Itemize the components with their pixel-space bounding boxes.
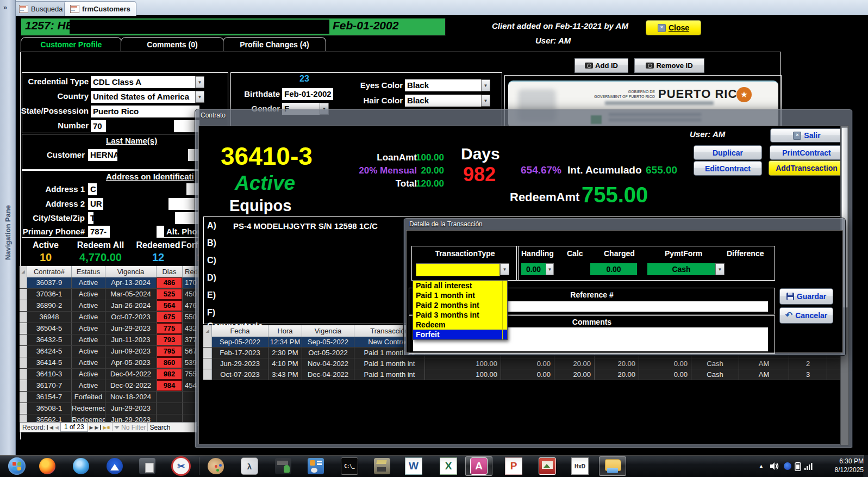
duplicar-button[interactable]: Duplicar — [694, 145, 762, 160]
row-selector[interactable] — [203, 348, 212, 358]
cell-fecha[interactable]: Oct-07-2023 — [212, 369, 268, 380]
cell-contrato[interactable]: 36432-5 — [27, 334, 72, 345]
credential-type-field[interactable]: CDL Class A — [91, 76, 199, 88]
last-record-icon[interactable]: ▶ — [95, 425, 99, 430]
cell-contrato[interactable]: 36508-1 — [27, 403, 72, 414]
cell-vigencia[interactable]: Jun-29-2023 — [105, 323, 157, 334]
cell-dias[interactable]: 564 — [157, 300, 183, 311]
cell-user[interactable]: AM — [739, 358, 789, 369]
select-all-icon[interactable]: ◢ — [20, 266, 27, 277]
row-selector[interactable] — [20, 277, 27, 288]
cell-vigencia[interactable]: Apr-13-2024 — [105, 277, 157, 288]
first-record-icon[interactable] — [47, 425, 48, 430]
photo-printer-icon[interactable] — [270, 456, 297, 476]
row-selector[interactable] — [20, 403, 27, 414]
cell-dias[interactable]: 795 — [157, 346, 183, 357]
cell-hora[interactable]: 12:34 PM — [268, 337, 302, 347]
row-selector[interactable] — [20, 334, 27, 345]
first-record-icon[interactable]: ◀ — [49, 425, 53, 430]
row-selector[interactable] — [20, 392, 27, 402]
explorer-icon[interactable] — [599, 456, 626, 476]
cell-estatus[interactable]: Active — [72, 380, 105, 391]
cell-vigencia[interactable]: Jun-09-2023 — [105, 346, 157, 357]
dropdown-option[interactable]: Paid 2 months int — [413, 300, 507, 310]
row-selector[interactable] — [203, 337, 212, 347]
cell-dias[interactable] — [157, 403, 183, 414]
cell-estatus[interactable]: Active — [72, 334, 105, 345]
dropdown-option[interactable]: Paid 1 month int — [413, 290, 507, 300]
cell-amount5[interactable]: 0.00 — [639, 369, 691, 380]
detalle-dialog[interactable]: Detalle de la Transacción TransactionTyp… — [403, 218, 846, 356]
cell-amount2[interactable]: 0.00 — [501, 358, 554, 369]
nordvpn-tray-icon[interactable] — [784, 462, 791, 470]
nordvpn-icon[interactable] — [101, 456, 128, 476]
tab-customer-profile[interactable]: Customer Profile — [21, 37, 122, 51]
row-selector[interactable] — [20, 357, 27, 368]
paint-icon[interactable] — [202, 456, 229, 476]
row-selector[interactable] — [20, 346, 27, 357]
row-selector[interactable] — [203, 358, 212, 369]
cell-fecha[interactable]: Sep-05-2022 — [212, 337, 268, 347]
cell-vigencia[interactable]: Nov-18-2024 — [105, 392, 157, 402]
cell-contrato[interactable]: 36414-5 — [27, 357, 72, 368]
printcontract-button[interactable]: PrintContract — [770, 145, 844, 160]
cell-contrato[interactable]: 36037-9 — [27, 277, 72, 288]
cell-fecha[interactable]: Feb-17-2023 — [212, 348, 268, 358]
volume-icon[interactable] — [770, 462, 779, 473]
search-label[interactable]: Search — [149, 424, 170, 431]
row-selector[interactable] — [20, 323, 27, 334]
cell-dias[interactable]: 675 — [157, 312, 183, 323]
chevron-down-icon[interactable]: ▼ — [546, 263, 554, 275]
tab-comments[interactable]: Comments (0) — [121, 37, 224, 51]
chevron-down-icon[interactable]: ▼ — [481, 95, 490, 107]
pymtform-combo[interactable]: Cash ▼ — [647, 263, 725, 275]
cell-vigencia[interactable]: Jun-11-2023 — [105, 334, 157, 345]
table-row[interactable]: Jun-29-2023 4:10 PM Nov-04-2022 Paid 1 m… — [203, 358, 842, 369]
tab-frmcustomers[interactable]: frmCustomers — [64, 1, 136, 16]
table-row[interactable]: Oct-07-2023 3:43 PM Dec-04-2022 Paid 1 m… — [203, 369, 842, 380]
cell-amount2[interactable]: 0.00 — [501, 369, 554, 380]
charged-field[interactable]: 0.00 — [590, 263, 637, 275]
cell-vigencia[interactable]: Dec-04-2022 — [105, 369, 157, 380]
cell-amount4[interactable]: 20.00 — [595, 369, 639, 380]
cell-estatus[interactable]: Active — [72, 277, 105, 288]
excel-icon[interactable]: X — [435, 456, 462, 476]
col-fecha[interactable]: Fecha — [212, 325, 268, 337]
cell-contrato[interactable]: 36410-3 — [27, 369, 72, 380]
tray-expand-icon[interactable]: ▲ — [759, 463, 764, 469]
show-desktop-button[interactable] — [864, 455, 868, 477]
cell-fecha[interactable]: Jun-29-2023 — [212, 358, 268, 369]
picture-manager-icon[interactable] — [534, 456, 561, 476]
dropdown-option[interactable]: Forfeit — [413, 330, 507, 339]
powerpoint-icon[interactable]: P — [500, 456, 527, 476]
start-button[interactable] — [3, 456, 30, 476]
chevron-down-icon[interactable]: ▼ — [195, 91, 204, 103]
row-selector[interactable] — [20, 380, 27, 391]
transactiontype-combo[interactable]: ▼ — [416, 263, 509, 275]
cmd-icon[interactable]: C:\_ — [336, 456, 363, 476]
thunderbird-icon[interactable] — [67, 456, 95, 476]
cell-vigencia[interactable]: Sep-05-2022 — [302, 337, 354, 347]
tab-profile-changes[interactable]: Profile Changes (4) — [223, 37, 326, 51]
eyes-color-field[interactable]: Black — [405, 79, 485, 91]
cell-estatus[interactable]: Forfeited — [72, 392, 105, 402]
cell-amount5[interactable]: 0.00 — [639, 358, 691, 369]
navigation-pane-strip[interactable]: » Navigation Pane — [0, 0, 16, 455]
cell-amount3[interactable]: 20.00 — [554, 369, 595, 380]
cell-estatus[interactable]: Active — [72, 289, 105, 300]
tab-busqueda[interactable]: Busqueda — [13, 1, 69, 16]
row-selector[interactable] — [20, 300, 27, 311]
cell-vigencia[interactable]: Oct-05-2022 — [302, 348, 354, 358]
row-selector[interactable] — [20, 312, 27, 323]
cell-contrato[interactable]: 36504-5 — [27, 323, 72, 334]
shutter-bar-icon[interactable]: » — [3, 3, 7, 11]
handling-combo[interactable]: 0.00 ▼ — [521, 263, 554, 275]
cancelar-button[interactable]: ↶ Cancelar — [779, 307, 833, 324]
col-dias[interactable]: Dias — [157, 266, 183, 277]
chevron-down-icon[interactable]: ▼ — [481, 79, 490, 91]
cell-transaccion[interactable]: Paid 1 month int — [354, 358, 425, 369]
new-record-icon[interactable]: ▶✱ — [103, 425, 110, 430]
cell-pymtform[interactable]: Cash — [691, 358, 739, 369]
cell-vigencia[interactable]: Dec-02-2022 — [105, 380, 157, 391]
cell-dias[interactable]: 793 — [157, 334, 183, 345]
